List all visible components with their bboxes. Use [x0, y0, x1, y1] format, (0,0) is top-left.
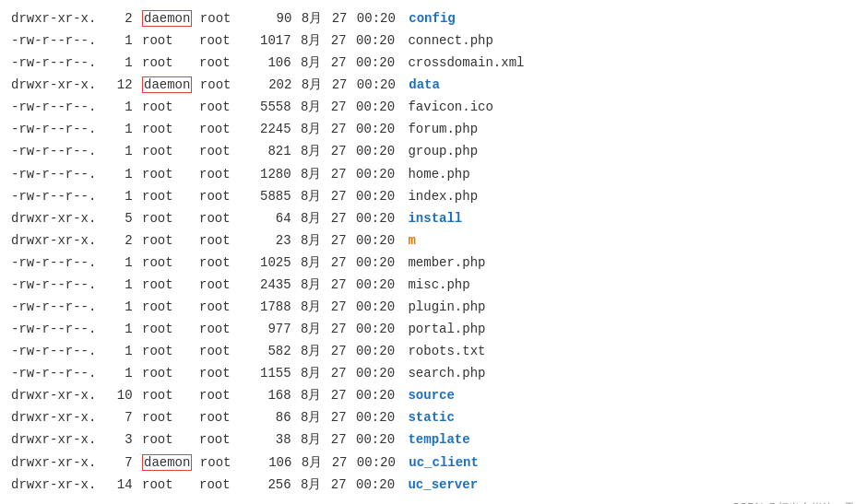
file-day: 27	[331, 185, 354, 207]
file-day: 27	[331, 274, 354, 296]
file-day: 27	[332, 451, 355, 474]
list-item: -rw-r--r--. 1 root root 821 8月 27 00:20 …	[11, 140, 855, 162]
file-links: 1	[114, 252, 140, 274]
list-item: -rw-r--r--. 1 root root 1788 8月 27 00:20…	[11, 296, 855, 318]
file-name: install	[408, 207, 462, 229]
file-group: root	[199, 274, 256, 296]
file-size: 1025	[256, 252, 299, 274]
file-size: 582	[256, 340, 299, 362]
file-day: 27	[331, 29, 354, 52]
file-perms: drwxr-xr-x.	[11, 451, 114, 474]
file-size: 106	[256, 52, 299, 74]
file-month: 8月	[302, 74, 330, 96]
watermark: CSDN @想当大佬的一天	[731, 500, 855, 504]
list-item: -rw-r--r--. 1 root root 5558 8月 27 00:20…	[11, 96, 855, 118]
file-links: 1	[114, 274, 140, 296]
list-item: -rw-r--r--. 1 root root 1017 8月 27 00:20…	[11, 29, 855, 52]
list-item: drwxr-xr-x. 2 daemon root 90 8月 27 00:20…	[11, 7, 855, 29]
file-month: 8月	[301, 340, 329, 362]
file-month: 8月	[301, 296, 329, 318]
list-item: drwxr-xr-x. 5 root root 64 8月 27 00:20 i…	[11, 207, 855, 229]
file-links: 7	[114, 451, 140, 474]
file-owner: root	[142, 118, 199, 140]
file-group: root	[199, 362, 256, 384]
file-group: root	[199, 52, 256, 74]
file-month: 8月	[301, 252, 329, 274]
list-item: drwxr-xr-x. 14 root root 256 8月 27 00:20…	[11, 474, 855, 496]
file-links: 1	[114, 185, 140, 207]
file-day: 27	[331, 318, 354, 340]
file-time: 00:20	[357, 7, 403, 29]
file-name: uc_server	[408, 474, 478, 496]
file-perms: drwxr-xr-x.	[11, 384, 114, 406]
file-name: template	[408, 428, 469, 451]
file-perms: -rw-r--r--.	[11, 296, 114, 318]
file-links: 1	[114, 340, 140, 362]
file-group: root	[200, 7, 257, 29]
file-owner: root	[142, 340, 199, 362]
file-group: root	[200, 451, 257, 474]
file-size: 256	[256, 474, 299, 496]
file-time: 00:20	[356, 207, 402, 229]
file-owner: daemon	[142, 74, 200, 96]
list-item: drwxr-xr-x. 12 daemon root 202 8月 27 00:…	[11, 74, 855, 96]
file-size: 168	[256, 384, 299, 406]
file-month: 8月	[301, 428, 329, 451]
list-item: drwxr-xr-x. 3 root root 38 8月 27 00:20 t…	[11, 428, 855, 451]
file-name: forum.php	[408, 118, 478, 140]
file-owner: root	[142, 29, 199, 52]
file-month: 8月	[301, 207, 329, 229]
file-size: 90	[257, 7, 300, 29]
file-group: root	[199, 428, 256, 451]
file-name: index.php	[408, 185, 478, 207]
file-time: 00:20	[356, 428, 402, 451]
list-item: -rw-r--r--. 1 root root 106 8月 27 00:20 …	[11, 52, 855, 74]
file-group: root	[199, 296, 256, 318]
file-links: 1	[114, 118, 140, 140]
file-links: 1	[114, 163, 140, 185]
file-month: 8月	[301, 384, 329, 406]
file-month: 8月	[301, 318, 329, 340]
file-day: 27	[331, 340, 354, 362]
file-size: 1280	[256, 163, 299, 185]
file-perms: drwxr-xr-x.	[11, 207, 114, 229]
file-name: static	[408, 406, 454, 428]
file-name: crossdomain.xml	[408, 52, 524, 74]
file-owner: root	[142, 207, 199, 229]
file-time: 00:20	[356, 229, 402, 252]
file-group: root	[199, 185, 256, 207]
file-time: 00:20	[356, 140, 402, 162]
file-day: 27	[331, 207, 354, 229]
file-links: 1	[114, 140, 140, 162]
file-owner: root	[142, 163, 199, 185]
file-time: 00:20	[356, 163, 402, 185]
list-item: -rw-r--r--. 1 root root 2245 8月 27 00:20…	[11, 118, 855, 140]
file-owner: root	[142, 274, 199, 296]
file-links: 14	[114, 474, 140, 496]
file-group: root	[199, 163, 256, 185]
file-owner: root	[142, 384, 199, 406]
file-owner: root	[142, 362, 199, 384]
file-day: 27	[331, 118, 354, 140]
file-day: 27	[331, 406, 354, 428]
file-group: root	[199, 229, 256, 252]
file-owner: root	[142, 229, 199, 252]
file-owner: root	[142, 96, 199, 118]
file-size: 2435	[256, 274, 299, 296]
file-perms: -rw-r--r--.	[11, 252, 114, 274]
file-group: root	[199, 252, 256, 274]
file-day: 27	[332, 74, 355, 96]
file-perms: -rw-r--r--.	[11, 52, 114, 74]
list-item: drwxr-xr-x. 7 daemon root 106 8月 27 00:2…	[11, 451, 855, 474]
file-time: 00:20	[356, 296, 402, 318]
file-month: 8月	[301, 140, 329, 162]
file-name: member.php	[408, 252, 485, 274]
file-size: 64	[256, 207, 299, 229]
file-group: root	[199, 384, 256, 406]
file-owner: root	[142, 185, 199, 207]
file-time: 00:20	[356, 185, 402, 207]
file-name: source	[408, 384, 454, 406]
file-owner: root	[142, 318, 199, 340]
file-day: 27	[331, 229, 354, 252]
file-day: 27	[332, 7, 355, 29]
